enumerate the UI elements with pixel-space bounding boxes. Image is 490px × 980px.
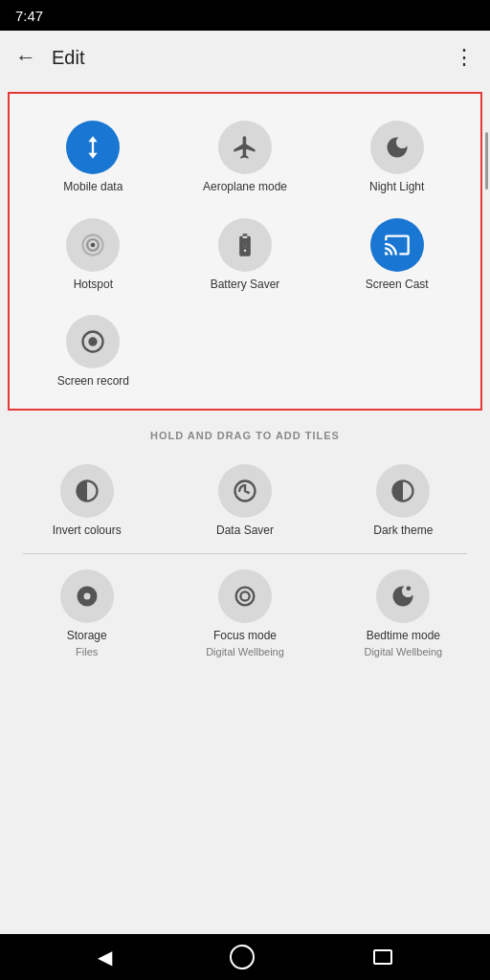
bedtime-icon — [376, 569, 430, 623]
tile-data-saver[interactable]: Data Saver — [166, 457, 323, 546]
back-nav-button[interactable]: ◀ — [98, 946, 112, 969]
tile-aeroplane-mode[interactable]: Aeroplane mode — [169, 113, 322, 203]
mobile-data-icon — [66, 121, 120, 174]
mobile-data-label: Mobile data — [63, 180, 122, 195]
svg-point-0 — [91, 242, 96, 247]
tile-battery-saver[interactable]: Battery Saver — [169, 211, 322, 301]
drag-tiles-section: HOLD AND DRAG TO ADD TILES Invert colour… — [0, 411, 490, 673]
svg-point-3 — [91, 340, 96, 345]
status-time: 7:47 — [15, 8, 43, 24]
more-options-button[interactable]: ⋮ — [454, 45, 475, 70]
tile-night-light[interactable]: Night Light — [321, 113, 473, 203]
focus-mode-icon — [218, 569, 272, 623]
focus-mode-label: Focus mode — [213, 629, 277, 644]
screen-record-icon — [66, 315, 120, 368]
storage-icon — [60, 569, 114, 623]
data-saver-icon — [218, 464, 272, 518]
svg-point-8 — [236, 588, 255, 606]
storage-sublabel: Files — [76, 646, 98, 657]
hotspot-label: Hotspot — [74, 278, 113, 293]
focus-mode-sublabel: Digital Wellbeing — [206, 646, 284, 657]
night-light-icon — [370, 121, 424, 174]
toolbar: ← Edit ⋮ — [0, 31, 490, 84]
tile-hotspot[interactable]: Hotspot — [17, 211, 169, 301]
back-button[interactable]: ← — [15, 45, 36, 70]
drag-tiles-grid: Invert colours Data Saver — [8, 457, 482, 546]
screen-cast-label: Screen Cast — [366, 278, 429, 293]
tile-mobile-data[interactable]: Mobile data — [17, 113, 169, 203]
active-tiles-section: Mobile data Aeroplane mode — [8, 92, 482, 411]
hotspot-icon — [66, 218, 120, 272]
tile-invert-colours[interactable]: Invert colours — [8, 457, 166, 546]
screen-record-label: Screen record — [57, 374, 129, 390]
home-nav-button[interactable] — [230, 945, 255, 969]
svg-point-9 — [407, 587, 412, 591]
dark-theme-label: Dark theme — [373, 523, 433, 539]
night-light-label: Night Light — [369, 180, 424, 195]
battery-saver-label: Battery Saver — [211, 278, 280, 293]
page-title: Edit — [52, 47, 438, 69]
data-saver-label: Data Saver — [216, 523, 274, 539]
bedtime-label: Bedtime mode — [367, 629, 440, 644]
recents-nav-button[interactable] — [373, 949, 392, 965]
navigation-bar: ◀ — [0, 934, 490, 980]
drag-tiles-grid-2: Storage Files Focus mode Digital Wellbei… — [8, 562, 482, 665]
drag-label: HOLD AND DRAG TO ADD TILES — [8, 430, 482, 441]
scrollbar[interactable] — [485, 132, 488, 189]
storage-label: Storage — [67, 629, 107, 644]
invert-colours-icon — [60, 464, 114, 518]
tile-screen-cast[interactable]: Screen Cast — [321, 211, 473, 301]
dark-theme-icon — [376, 464, 430, 518]
invert-colours-label: Invert colours — [53, 523, 122, 539]
battery-saver-icon — [218, 218, 272, 272]
tile-bedtime-mode[interactable]: Bedtime mode Digital Wellbeing — [324, 562, 482, 665]
tile-dark-theme[interactable]: Dark theme — [324, 457, 482, 546]
section-divider — [23, 553, 467, 554]
tile-screen-record[interactable]: Screen record — [17, 307, 169, 397]
bedtime-sublabel: Digital Wellbeing — [364, 646, 442, 657]
scroll-area: Mobile data Aeroplane mode — [0, 84, 490, 934]
screen-cast-icon — [370, 218, 424, 272]
aeroplane-icon — [218, 121, 272, 174]
aeroplane-label: Aeroplane mode — [203, 180, 287, 195]
active-tiles-grid: Mobile data Aeroplane mode — [17, 109, 473, 401]
svg-point-7 — [240, 592, 249, 601]
tile-storage[interactable]: Storage Files — [8, 562, 166, 665]
svg-point-6 — [83, 593, 90, 600]
tile-focus-mode[interactable]: Focus mode Digital Wellbeing — [166, 562, 323, 665]
